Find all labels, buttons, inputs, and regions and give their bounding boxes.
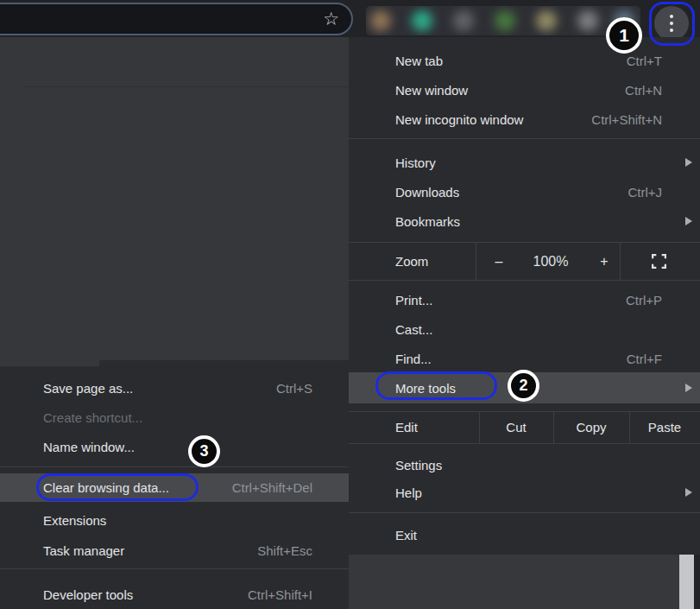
submenu-arrow-icon [685,217,692,225]
extension-icon-3[interactable] [453,10,474,31]
shortcut-label: Ctrl+P [626,293,662,308]
menu-item-label: Developer tools [43,587,133,602]
menu-item-clear-browsing-data[interactable]: Clear browsing data... Ctrl+Shift+Del [0,473,349,502]
menu-separator [349,512,700,513]
menu-separator [349,280,700,281]
cell-divider [620,243,621,280]
zoom-value: 100% [525,243,577,280]
menu-item-new-window[interactable]: New window Ctrl+N [349,75,700,105]
menu-item-history[interactable]: History [349,148,700,177]
edit-label: Edit [395,412,418,443]
shortcut-label: Ctrl+Shift+N [591,112,662,127]
menu-item-label: Exit [395,528,417,542]
address-bar[interactable]: ☆ [0,3,353,35]
menu-separator [0,466,349,467]
zoom-in-button[interactable]: + [597,243,611,280]
page-divider [24,86,349,87]
menu-item-label: Find... [395,352,432,366]
zoom-label: Zoom [395,243,428,280]
menu-separator [0,568,349,569]
menu-item-help[interactable]: Help [349,478,700,507]
extension-icon-2[interactable] [412,10,432,31]
menu-item-cast[interactable]: Cast... [349,314,700,344]
submenu-arrow-icon [685,158,692,167]
browser-toolbar: ☆ [0,0,700,37]
extensions-panel [366,6,640,35]
menu-item-label: Save page as... [43,381,133,396]
zoom-out-button[interactable]: – [492,243,506,280]
menu-item-exit[interactable]: Exit [349,520,700,549]
menu-separator [349,443,700,444]
menu-item-label: Settings [395,458,442,473]
step-badge-2: 2 [508,370,539,402]
extension-icon-1[interactable] [370,10,391,31]
shortcut-label: Shift+Esc [257,543,312,558]
fullscreen-icon[interactable] [652,254,666,269]
menu-item-label: Cast... [395,322,432,337]
cut-button[interactable]: Cut [479,412,553,443]
menu-item-label: History [395,155,436,170]
cell-divider [476,243,476,280]
shortcut-label: Ctrl+S [276,381,312,396]
shortcut-label: Ctrl+N [625,83,662,98]
menu-item-print[interactable]: Print... Ctrl+P [349,285,700,314]
copy-button[interactable]: Copy [553,412,629,443]
submenu-arrow-icon [685,488,692,497]
kebab-menu-icon[interactable] [654,6,689,41]
menu-item-label: New incognito window [395,112,523,127]
menu-item-name-window[interactable]: Name window... [0,432,349,461]
shortcut-label: Ctrl+F [627,352,662,366]
page-content-area [349,555,700,609]
menu-item-label: Help [395,485,422,500]
menu-item-save-page-as[interactable]: Save page as... Ctrl+S [0,373,349,403]
kebab-dot [670,15,673,18]
step-badge-3: 3 [188,435,220,467]
menu-item-new-tab[interactable]: New tab Ctrl+T [349,46,700,75]
extension-icon-4[interactable] [495,10,515,31]
menu-item-bookmarks[interactable]: Bookmarks [349,206,700,236]
menu-item-downloads[interactable]: Downloads Ctrl+J [349,177,700,206]
menu-item-label: Name window... [43,440,135,454]
edit-row: Edit Cut Copy Paste [349,412,700,443]
shortcut-label: Ctrl+J [627,185,662,200]
menu-item-label: Extensions [43,513,106,528]
extension-icon-6[interactable] [577,10,598,31]
submenu-top-notch [0,360,99,366]
menu-item-extensions[interactable]: Extensions [0,505,349,535]
shortcut-label: Ctrl+Shift+Del [232,480,312,495]
menu-item-label: Print... [395,293,432,308]
menu-item-label: New window [395,83,468,98]
zoom-row: Zoom – 100% + [349,243,700,280]
step-badge-1: 1 [606,17,642,54]
submenu-arrow-icon [685,384,692,392]
page-scrollbar[interactable] [679,555,694,609]
menu-item-label: New tab [395,54,443,68]
menu-item-label: Clear browsing data... [43,480,169,495]
menu-item-developer-tools[interactable]: Developer tools Ctrl+Shift+I [0,580,349,609]
menu-item-settings[interactable]: Settings [349,450,700,479]
kebab-dot [670,22,673,25]
paste-button[interactable]: Paste [629,412,700,443]
chrome-main-menu: New tab Ctrl+T New window Ctrl+N New inc… [349,37,700,555]
menu-item-label: Task manager [43,543,124,558]
menu-item-label: More tools [395,381,456,396]
shortcut-label: Ctrl+Shift+I [248,587,312,602]
extension-icon-5[interactable] [536,10,557,31]
menu-item-label: Bookmarks [395,214,460,229]
menu-item-task-manager[interactable]: Task manager Shift+Esc [0,536,349,565]
window-edge [694,555,700,609]
shortcut-label: Ctrl+T [627,54,662,68]
menu-item-label: Create shortcut... [43,410,142,425]
menu-item-new-incognito-window[interactable]: New incognito window Ctrl+Shift+N [349,105,700,134]
menu-item-find[interactable]: Find... Ctrl+F [349,344,700,373]
kebab-dot [670,29,673,32]
more-tools-submenu: Save page as... Ctrl+S Create shortcut..… [0,360,349,609]
bookmark-star-icon[interactable]: ☆ [323,10,339,28]
menu-item-create-shortcut: Create shortcut... [0,403,349,432]
menu-separator [349,138,700,139]
menu-item-label: Downloads [395,185,459,200]
